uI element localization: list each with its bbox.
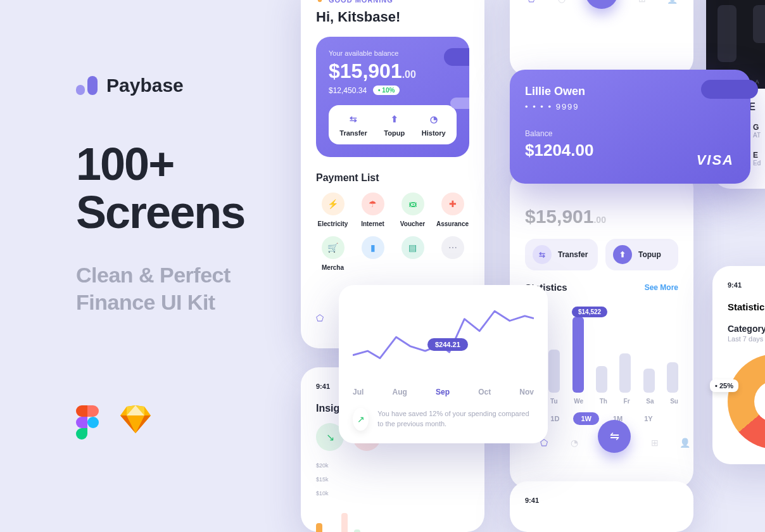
swap-icon: ⇆: [347, 113, 360, 125]
stats-title: Statistic: [728, 301, 765, 312]
payment-item[interactable]: ▤: [396, 236, 429, 271]
range-tab[interactable]: 1W: [573, 412, 599, 425]
phone-nav-strip: ⬠ ◔ ⇋ ⊞ 👤: [510, 0, 693, 76]
bottom-nav: ⬠ ◔ ⇋ ⊞ 👤: [538, 428, 691, 460]
profile-icon[interactable]: 👤: [666, 0, 678, 6]
home-icon[interactable]: ⬠: [525, 0, 538, 6]
month-label: Nov: [519, 388, 534, 396]
payment-label: Assurance: [436, 220, 469, 227]
category-icon: ▮: [362, 236, 384, 259]
pct-badge: 10%: [373, 86, 400, 95]
action-bar: ⇆Transfer ⬆Topup ◔History: [329, 105, 457, 144]
see-more-link[interactable]: See More: [645, 283, 678, 292]
ytick: $10k: [316, 490, 469, 497]
payment-item[interactable]: ⋯: [436, 236, 469, 271]
topup-pill[interactable]: ⬆Topup: [605, 239, 678, 270]
card-number: • • • • 9999: [525, 102, 735, 111]
line-value-tag: $244.21: [427, 338, 468, 351]
category-sub: Last 7 days e: [728, 335, 765, 343]
promo-panel: Paybase 100+ Screens Clean & Perfect Fin…: [76, 75, 279, 315]
ytick: $20k: [316, 462, 469, 469]
balance-value: $15,901.00: [329, 60, 457, 83]
upload-icon: ⬆: [388, 113, 401, 125]
day-label: Su: [670, 398, 678, 405]
donut-chart: 25% Transpor: [728, 354, 765, 449]
category-icon: ✚: [441, 193, 464, 215]
card-balance-label: Balance: [525, 129, 735, 138]
bar-value-tag: $14,522: [572, 307, 607, 317]
payment-list-title: Payment List: [316, 172, 469, 184]
payment-item[interactable]: 🎟Voucher: [396, 193, 429, 227]
fab-button[interactable]: ⇋: [598, 420, 631, 453]
status-clock: 9:41: [525, 497, 678, 504]
day-label: We: [574, 398, 583, 405]
payment-item[interactable]: ▮: [356, 236, 389, 271]
brand-name: Paybase: [106, 75, 184, 96]
line-chart-card: $244.21 JulAugSepOctNov ↗ You have saved…: [339, 285, 548, 443]
fab-button[interactable]: ⇋: [585, 0, 618, 9]
logo-mark-icon: [76, 76, 98, 95]
swap-icon: ⇆: [533, 245, 552, 264]
history-button[interactable]: ◔History: [422, 113, 446, 137]
balance-card[interactable]: Your available balance $15,901.00 $12,45…: [316, 37, 469, 157]
sun-icon: [316, 0, 324, 4]
payment-item[interactable]: ☂Internet: [356, 193, 389, 227]
phone-category: 9:41 Statistic Category Last 7 days e 25…: [712, 266, 765, 464]
payment-label: Voucher: [400, 220, 425, 227]
payment-item[interactable]: ⚡Electricity: [316, 193, 350, 227]
brand-logo: Paybase: [76, 75, 279, 96]
donut-pct: 25%: [710, 379, 738, 392]
greeting-name: Hi, Kitsbase!: [316, 9, 469, 25]
profile-icon[interactable]: 👤: [678, 438, 691, 450]
tool-icons: [76, 405, 151, 440]
category-icon: ▤: [401, 236, 424, 259]
upload-icon: ⬆: [613, 245, 632, 264]
status-clock: 9:41: [728, 281, 765, 289]
day-label: Tu: [550, 398, 557, 405]
phone-blank: 9:41: [510, 481, 693, 532]
category-icon: ☂: [362, 193, 384, 215]
insight-tip: ↗ You have saved 12% of your spending co…: [353, 408, 534, 431]
card-holder: Lillie Owen: [525, 85, 735, 98]
balance-sub: $12,450.3410%: [329, 86, 457, 95]
apps-icon[interactable]: ⊞: [636, 0, 648, 6]
day-label: Fr: [624, 398, 630, 405]
category-icon: 🎟: [401, 193, 424, 215]
greeting-tag: GOOD MORNING: [316, 0, 469, 4]
day-label: Th: [600, 398, 607, 405]
headline: 100+ Screens: [76, 141, 279, 236]
range-tabs: 1D1W1M1Y: [525, 412, 678, 425]
credit-card[interactable]: Lillie Owen • • • • 9999 Balance $1204.0…: [510, 70, 750, 184]
range-tab[interactable]: 1Y: [636, 412, 660, 425]
week-bars: $14,522: [525, 310, 678, 393]
month-axis: JulAugSepOctNov: [353, 388, 534, 396]
payment-label: Electricity: [318, 220, 348, 227]
day-label: Sa: [646, 398, 654, 405]
month-label: Sep: [436, 388, 450, 396]
apps-icon[interactable]: ⊞: [648, 438, 661, 450]
topup-button[interactable]: ⬆Topup: [384, 113, 405, 137]
payment-item[interactable]: 🛒Mercha: [316, 236, 350, 271]
payment-grid: ⚡Electricity☂Internet🎟Voucher✚Assurance🛒…: [316, 193, 469, 271]
category-icon: ⋯: [441, 236, 464, 259]
clock-icon: ◔: [427, 113, 440, 125]
payment-item[interactable]: ✚Assurance: [436, 193, 469, 227]
subline: Clean & Perfect Finance UI Kit: [76, 262, 279, 315]
sketch-icon: [120, 405, 151, 440]
balance-label: Your available balance: [329, 49, 457, 57]
ghost-balance: $15,901.00: [525, 206, 678, 227]
figma-icon: [76, 405, 99, 440]
category-icon: 🛒: [322, 236, 345, 259]
chart-icon[interactable]: ◔: [568, 438, 581, 450]
chart-icon[interactable]: ◔: [555, 0, 568, 6]
ytick: $15k: [316, 476, 469, 483]
month-label: Jul: [353, 388, 364, 396]
transfer-button[interactable]: ⇆Transfer: [339, 113, 367, 137]
payment-label: Internet: [361, 220, 384, 227]
category-icon: ⚡: [322, 193, 345, 215]
transfer-pill[interactable]: ⇆Transfer: [525, 239, 598, 270]
payment-label: Mercha: [322, 264, 344, 271]
home-icon[interactable]: ⬠: [313, 313, 326, 326]
category-title: Category: [728, 324, 765, 334]
visa-logo-icon: VISA: [697, 152, 734, 168]
